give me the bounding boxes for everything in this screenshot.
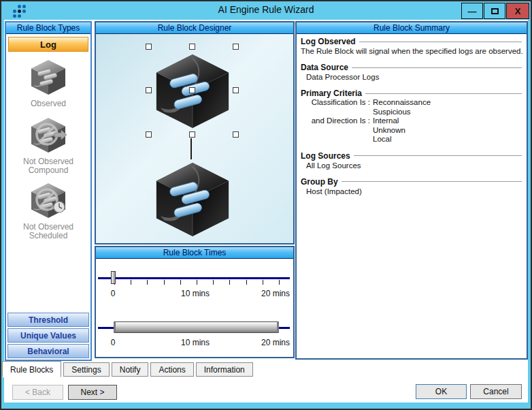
- section-rule-line: [365, 93, 522, 94]
- section-title-text: Data Source: [301, 63, 348, 72]
- back-button[interactable]: < Back: [12, 385, 63, 400]
- type-item-observed[interactable]: Observed: [6, 57, 90, 108]
- section-title-text: Log Observed: [301, 37, 356, 46]
- selection-handle[interactable]: [233, 87, 239, 93]
- criteria-value: Suspicious: [370, 108, 411, 117]
- criteria-row: and Direction Is : Internal: [301, 116, 522, 126]
- selection-handle[interactable]: [233, 131, 239, 138]
- criteria-value: Reconnaissance: [370, 98, 431, 108]
- maximize-icon: [491, 8, 499, 14]
- section-title-text: Log Sources: [301, 151, 350, 161]
- close-button[interactable]: X: [506, 3, 529, 19]
- maximize-button[interactable]: [484, 3, 505, 19]
- tick-label: 0: [111, 338, 116, 347]
- criteria-value: Unknown: [370, 126, 405, 136]
- selection-handle[interactable]: [189, 87, 195, 93]
- criteria-label: and Direction Is :: [301, 116, 370, 126]
- section-rule-line: [352, 67, 522, 68]
- criteria-row: Suspicious: [301, 108, 522, 117]
- rule-block-summary-panel: Rule Block Summary Log Observed The Rule…: [295, 21, 528, 360]
- window-title: AI Engine Rule Wizard: [1, 4, 531, 15]
- block-connector-line: [190, 138, 192, 159]
- type-item-not-observed-scheduled[interactable]: Not Observed Scheduled: [6, 180, 90, 240]
- summary-section-title: Data Source: [301, 63, 522, 72]
- threshold-type-button[interactable]: Threshold: [7, 313, 89, 327]
- selection-handle[interactable]: [189, 131, 195, 138]
- cube-not-observed-scheduled-icon: [29, 180, 68, 220]
- summary-text: Host (Impacted): [301, 187, 522, 196]
- cancel-button[interactable]: Cancel: [470, 384, 522, 399]
- summary-section-title: Log Observed: [301, 37, 522, 46]
- type-item-label: Observed: [14, 99, 82, 108]
- selection-handle[interactable]: [146, 44, 152, 50]
- criteria-row: Classification Is : Reconnaissance: [301, 98, 522, 108]
- criteria-row: Local: [301, 135, 522, 144]
- left-panel-spacer: [6, 240, 90, 312]
- section-rule-line: [342, 181, 522, 182]
- rule-block-times-panel: Rule Block Times 0 10 mins 20 mins 0 10 …: [95, 246, 295, 358]
- summary-section-title: Log Sources: [301, 151, 522, 161]
- next-button[interactable]: Next >: [68, 385, 117, 400]
- selection-handle[interactable]: [189, 44, 195, 50]
- type-item-label: Not Observed Scheduled: [14, 223, 82, 240]
- cube-observed-icon: [29, 57, 68, 97]
- tab-actions[interactable]: Actions: [150, 362, 193, 377]
- section-title-text: Group By: [301, 177, 338, 187]
- behavioral-type-button[interactable]: Behavioral: [7, 344, 89, 358]
- selection-handle[interactable]: [146, 87, 152, 93]
- wizard-tab-strip: Rule Blocks Settings Notify Actions Info…: [2, 361, 255, 377]
- summary-text: The Rule Block will signal when the spec…: [301, 46, 522, 56]
- summary-section-title: Primary Criteria: [301, 89, 522, 98]
- criteria-label: Classification Is :: [301, 98, 370, 108]
- type-item-not-observed-compound[interactable]: Not Observed Compound: [6, 115, 90, 175]
- type-item-label: Not Observed Compound: [14, 157, 82, 175]
- criteria-label: [301, 135, 370, 144]
- range-slider-bar[interactable]: [114, 321, 279, 333]
- summary-section-title: Group By: [301, 177, 522, 187]
- rule-block-types-header: Rule Block Types: [6, 22, 90, 34]
- summary-text: Data Processor Logs: [301, 72, 522, 82]
- titlebar[interactable]: AI Engine Rule Wizard — X: [1, 1, 531, 19]
- slider-thumb[interactable]: [111, 271, 116, 284]
- tab-settings[interactable]: Settings: [63, 362, 109, 377]
- rule-block-summary-header: Rule Block Summary: [297, 22, 527, 34]
- section-rule-line: [359, 42, 522, 42]
- summary-body: Log Observed The Rule Block will signal …: [297, 34, 527, 196]
- tab-rule-blocks[interactable]: Rule Blocks: [2, 361, 61, 377]
- slider-track[interactable]: [98, 277, 290, 279]
- tick-label: 20 mins: [261, 289, 290, 298]
- minimize-button[interactable]: —: [461, 3, 483, 19]
- section-title-text: Primary Criteria: [301, 89, 362, 98]
- selection-handle[interactable]: [233, 44, 239, 50]
- criteria-value: Local: [370, 135, 392, 144]
- slider-tick-marks: [114, 280, 280, 285]
- rule-block-times-header: Rule Block Times: [96, 247, 293, 259]
- minimize-icon: —: [468, 6, 477, 16]
- tick-label: 20 mins: [261, 338, 290, 347]
- criteria-label: [301, 126, 370, 136]
- section-rule-line: [354, 155, 522, 156]
- log-type-button[interactable]: Log: [8, 37, 88, 52]
- selection-handle[interactable]: [146, 131, 152, 138]
- rule-block-designer-panel: Rule Block Designer: [95, 21, 295, 245]
- times-body: 0 10 mins 20 mins 0 10 mins 20 mins: [96, 259, 293, 357]
- ok-button[interactable]: OK: [416, 384, 467, 399]
- summary-text: All Log Sources: [301, 161, 522, 170]
- criteria-value: Internal: [370, 116, 399, 126]
- tick-label: 0: [111, 289, 116, 298]
- rule-block-cube[interactable]: [151, 157, 234, 240]
- rule-block-types-panel: Rule Block Types Log Observed Not Observ…: [5, 21, 92, 361]
- cube-not-observed-compound-icon: [29, 115, 68, 155]
- tick-label: 10 mins: [181, 338, 210, 347]
- close-icon: X: [515, 6, 521, 16]
- ai-engine-rule-wizard-window: AI Engine Rule Wizard — X Rule Block Typ…: [0, 0, 532, 410]
- designer-canvas[interactable]: [96, 34, 293, 243]
- criteria-row: Unknown: [301, 126, 522, 136]
- tab-information[interactable]: Information: [196, 362, 253, 377]
- unique-values-type-button[interactable]: Unique Values: [7, 328, 89, 343]
- rule-block-designer-header: Rule Block Designer: [96, 22, 293, 34]
- tab-notify[interactable]: Notify: [112, 362, 149, 377]
- criteria-label: [301, 108, 370, 117]
- tick-label: 10 mins: [181, 289, 210, 298]
